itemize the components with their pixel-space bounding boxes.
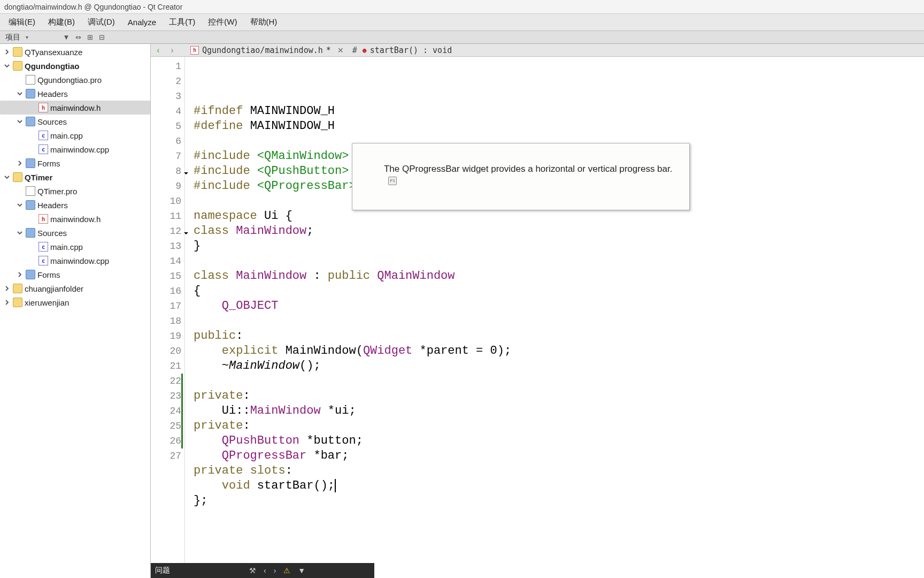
tree-row[interactable]: cmainwindow.cpp xyxy=(0,254,150,268)
line-number[interactable]: 16 xyxy=(151,284,181,299)
code-line[interactable]: #define MAINWINDOW_H xyxy=(194,119,924,134)
line-number[interactable]: 23 xyxy=(151,389,181,404)
issues-bar[interactable]: 问题 ⚒ ‹ › ⚠ ▼ xyxy=(151,563,374,578)
tree-row[interactable]: QTyansexuanze xyxy=(0,45,150,59)
nav-forward-button[interactable]: › xyxy=(167,45,178,55)
tree-row[interactable]: hmainwindow.h xyxy=(0,101,150,115)
line-number[interactable]: 9 xyxy=(151,179,181,194)
menu-item[interactable]: 调试(D) xyxy=(81,14,121,31)
code-line[interactable]: explicit MainWindow(QWidget *parent = 0)… xyxy=(194,344,924,359)
tree-row[interactable]: Sources xyxy=(0,115,150,128)
line-number[interactable]: 17 xyxy=(151,299,181,314)
code-line[interactable]: class MainWindow : public QMainWindow xyxy=(194,269,924,284)
code-line[interactable]: namespace Ui { xyxy=(194,209,924,224)
code-line[interactable] xyxy=(194,314,924,329)
line-number[interactable]: 21 xyxy=(151,359,181,374)
split-icon[interactable]: ⊞ xyxy=(84,32,96,43)
line-number[interactable]: 2 xyxy=(151,74,181,89)
line-number[interactable]: 18 xyxy=(151,314,181,329)
line-number[interactable]: 6 xyxy=(151,134,181,149)
link-icon[interactable]: ⇔ xyxy=(72,32,84,43)
chevron-down-icon[interactable] xyxy=(17,91,26,96)
line-number[interactable]: 26 xyxy=(151,434,181,448)
code-line[interactable]: Q_OBJECT xyxy=(194,299,924,314)
menu-item[interactable]: 帮助(H) xyxy=(244,14,284,31)
project-label[interactable]: 项目 xyxy=(0,32,26,43)
code-line[interactable]: private: xyxy=(194,419,924,434)
tree-row[interactable]: Headers xyxy=(0,198,150,212)
chevron-right-icon[interactable] xyxy=(4,300,13,305)
code-line[interactable] xyxy=(194,254,924,269)
code-editor[interactable]: 1234567891011121314151617181920212223242… xyxy=(151,57,924,578)
tree-row[interactable]: cmain.cpp xyxy=(0,240,150,254)
code-line[interactable]: private: xyxy=(194,389,924,404)
filter-icon[interactable]: ▼ xyxy=(60,32,72,43)
line-number[interactable]: 4 xyxy=(151,104,181,119)
tree-row[interactable]: Qgundongtiao xyxy=(0,59,150,73)
tree-row[interactable]: cmainwindow.cpp xyxy=(0,142,150,156)
line-number[interactable]: 14 xyxy=(151,254,181,269)
line-number[interactable]: 5 xyxy=(151,119,181,134)
build-icon[interactable]: ⚒ xyxy=(249,566,256,575)
line-number[interactable]: 10 xyxy=(151,194,181,209)
prev-issue-button[interactable]: ‹ xyxy=(264,566,266,575)
tree-row[interactable]: Qgundongtiao.pro xyxy=(0,73,150,87)
next-issue-button[interactable]: › xyxy=(274,566,276,575)
open-file-path[interactable]: Qgundongtiao/mainwindow.h xyxy=(202,45,323,55)
code-line[interactable]: { xyxy=(194,284,924,299)
chevron-right-icon[interactable] xyxy=(17,161,26,166)
line-number[interactable]: 22 xyxy=(151,374,181,389)
code-line[interactable]: public: xyxy=(194,329,924,344)
tree-row[interactable]: QTimer.pro xyxy=(0,184,150,198)
tree-row[interactable]: cmain.cpp xyxy=(0,128,150,142)
chevron-down-icon[interactable] xyxy=(4,174,13,180)
code-line[interactable]: ~MainWindow(); xyxy=(194,359,924,374)
menu-item[interactable]: Analyze xyxy=(121,14,163,30)
code-line[interactable]: Ui::MainWindow *ui; xyxy=(194,404,924,419)
chevron-right-icon[interactable] xyxy=(17,272,26,277)
code-line[interactable] xyxy=(194,374,924,389)
line-number[interactable]: 1 xyxy=(151,59,181,74)
line-number[interactable]: 27 xyxy=(151,448,181,463)
tree-row[interactable]: QTimer xyxy=(0,170,150,184)
tree-row[interactable]: Forms xyxy=(0,268,150,282)
chevron-right-icon[interactable] xyxy=(4,49,13,55)
line-number[interactable]: 20 xyxy=(151,344,181,359)
tree-row[interactable]: Sources xyxy=(0,226,150,240)
line-number[interactable]: 11 xyxy=(151,209,181,224)
close-file-button[interactable]: ✕ xyxy=(334,46,347,55)
tree-row[interactable]: xieruwenjian xyxy=(0,295,150,309)
menu-item[interactable]: 构建(B) xyxy=(42,14,81,31)
chevron-right-icon[interactable] xyxy=(4,286,13,291)
menu-item[interactable]: 工具(T) xyxy=(163,14,202,31)
filter-issues-icon[interactable]: ▼ xyxy=(298,566,305,575)
tree-row[interactable]: chuangjianfolder xyxy=(0,282,150,295)
code-line[interactable]: }; xyxy=(194,493,924,508)
code-body[interactable]: #ifndef MAINWINDOW_H#define MAINWINDOW_H… xyxy=(185,57,924,578)
menu-item[interactable]: 编辑(E) xyxy=(2,14,42,31)
line-number[interactable]: 7 xyxy=(151,149,181,164)
code-line[interactable]: void startBar(); xyxy=(194,478,924,493)
code-line[interactable]: QPushButton *button; xyxy=(194,434,924,448)
line-number[interactable]: 8 xyxy=(151,164,181,179)
tree-row[interactable]: hmainwindow.h xyxy=(0,212,150,226)
code-line[interactable]: } xyxy=(194,239,924,254)
line-number[interactable]: 25 xyxy=(151,419,181,434)
symbol-breadcrumb[interactable]: startBar() : void xyxy=(370,45,452,55)
warning-icon[interactable]: ⚠ xyxy=(283,566,290,575)
line-number[interactable]: 24 xyxy=(151,404,181,419)
project-tree[interactable]: QTyansexuanzeQgundongtiaoQgundongtiao.pr… xyxy=(0,44,151,578)
code-line[interactable]: QProgressBar *bar; xyxy=(194,448,924,463)
tree-row[interactable]: Headers xyxy=(0,87,150,101)
chevron-down-icon[interactable] xyxy=(17,202,26,208)
line-number[interactable]: 15 xyxy=(151,269,181,284)
nav-back-button[interactable]: ‹ xyxy=(153,45,164,55)
line-number[interactable]: 13 xyxy=(151,239,181,254)
line-number[interactable]: 19 xyxy=(151,329,181,344)
code-line[interactable]: class MainWindow; xyxy=(194,224,924,239)
chevron-down-icon[interactable] xyxy=(17,230,26,235)
tree-row[interactable]: Forms xyxy=(0,156,150,170)
code-line[interactable]: #ifndef MAINWINDOW_H xyxy=(194,104,924,119)
chevron-down-icon[interactable] xyxy=(4,63,13,69)
issues-label[interactable]: 问题 xyxy=(155,566,170,575)
